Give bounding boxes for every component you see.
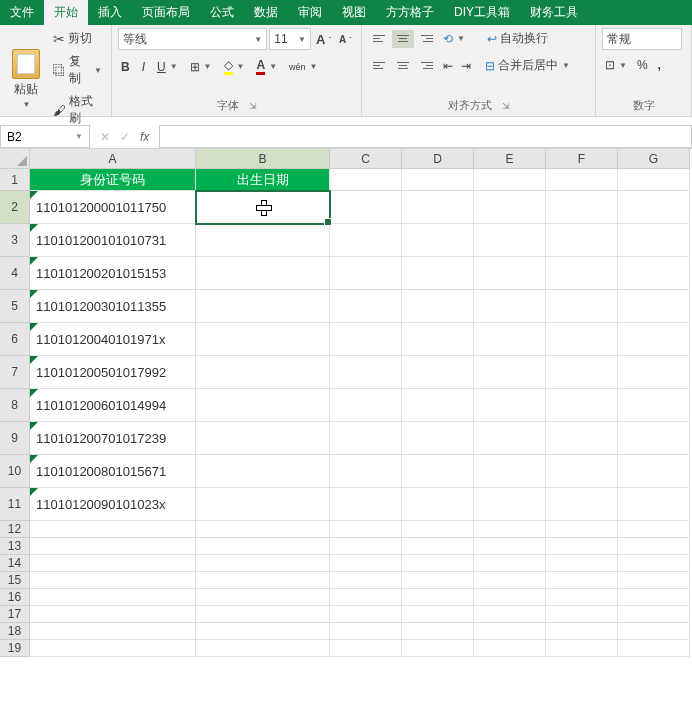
cell[interactable] xyxy=(402,623,474,640)
cell[interactable] xyxy=(618,606,690,623)
cell[interactable] xyxy=(402,224,474,257)
tab-data[interactable]: 数据 xyxy=(244,0,288,25)
format-painter-button[interactable]: 格式刷 xyxy=(50,91,105,129)
font-color-button[interactable]: A▼ xyxy=(253,56,280,77)
row-header[interactable]: 7 xyxy=(0,356,30,389)
cell[interactable] xyxy=(474,455,546,488)
cell[interactable] xyxy=(474,589,546,606)
row-header[interactable]: 14 xyxy=(0,555,30,572)
cell[interactable] xyxy=(546,323,618,356)
header-cell-id[interactable]: 身份证号码 xyxy=(30,169,196,191)
paste-button[interactable]: 粘贴 ▼ xyxy=(6,28,46,129)
cell[interactable] xyxy=(196,555,330,572)
tab-page-layout[interactable]: 页面布局 xyxy=(132,0,200,25)
cell[interactable] xyxy=(546,555,618,572)
align-middle-button[interactable] xyxy=(392,30,414,48)
col-header-c[interactable]: C xyxy=(330,149,402,169)
cell[interactable] xyxy=(330,589,402,606)
cell-id[interactable]: 110101200101010731 xyxy=(30,224,196,257)
cell[interactable] xyxy=(618,455,690,488)
cell-id[interactable]: 110101200701017239 xyxy=(30,422,196,455)
cell[interactable] xyxy=(30,555,196,572)
tab-fflg[interactable]: 方方格子 xyxy=(376,0,444,25)
cut-button[interactable]: 剪切 xyxy=(50,28,105,49)
cell[interactable] xyxy=(30,521,196,538)
cell[interactable] xyxy=(402,356,474,389)
cell[interactable] xyxy=(402,455,474,488)
cell[interactable] xyxy=(402,257,474,290)
col-header-g[interactable]: G xyxy=(618,149,690,169)
cell[interactable] xyxy=(618,422,690,455)
row-header[interactable]: 19 xyxy=(0,640,30,657)
cell[interactable] xyxy=(474,356,546,389)
col-header-a[interactable]: A xyxy=(30,149,196,169)
cell[interactable] xyxy=(474,572,546,589)
row-header[interactable]: 15 xyxy=(0,572,30,589)
cell[interactable] xyxy=(402,422,474,455)
launcher-icon[interactable]: ⇲ xyxy=(249,101,257,111)
cell[interactable] xyxy=(330,356,402,389)
cell[interactable] xyxy=(546,640,618,657)
cell[interactable] xyxy=(618,290,690,323)
cell[interactable] xyxy=(546,606,618,623)
cell[interactable] xyxy=(474,640,546,657)
cell[interactable] xyxy=(546,169,618,191)
row-header[interactable]: 6 xyxy=(0,323,30,356)
cell[interactable] xyxy=(474,191,546,224)
cell[interactable] xyxy=(546,257,618,290)
percent-button[interactable]: % xyxy=(634,56,651,74)
bold-button[interactable]: B xyxy=(118,58,133,76)
cell[interactable] xyxy=(546,521,618,538)
align-bottom-button[interactable] xyxy=(416,30,438,48)
cell[interactable] xyxy=(618,356,690,389)
row-header[interactable]: 5 xyxy=(0,290,30,323)
cell[interactable] xyxy=(618,555,690,572)
row-header[interactable]: 13 xyxy=(0,538,30,555)
cell[interactable] xyxy=(30,589,196,606)
wrap-text-button[interactable]: ↩自动换行 xyxy=(484,28,551,49)
col-header-e[interactable]: E xyxy=(474,149,546,169)
cell[interactable] xyxy=(546,389,618,422)
row-header[interactable]: 18 xyxy=(0,623,30,640)
tab-finance[interactable]: 财务工具 xyxy=(520,0,588,25)
border-button[interactable]: ⊞▼ xyxy=(187,58,215,76)
align-right-button[interactable] xyxy=(416,57,438,75)
cell[interactable] xyxy=(474,389,546,422)
cell[interactable] xyxy=(618,257,690,290)
currency-button[interactable]: ⊡▼ xyxy=(602,56,630,74)
copy-button[interactable]: 复制▼ xyxy=(50,51,105,89)
cell[interactable] xyxy=(330,606,402,623)
row-header[interactable]: 9 xyxy=(0,422,30,455)
cell[interactable] xyxy=(196,606,330,623)
tab-home[interactable]: 开始 xyxy=(44,0,88,25)
header-cell-dob[interactable]: 出生日期 xyxy=(196,169,330,191)
cell[interactable] xyxy=(618,589,690,606)
select-all-button[interactable] xyxy=(0,149,30,169)
cell[interactable] xyxy=(546,422,618,455)
font-size-combo[interactable]: 11▼ xyxy=(269,28,311,50)
cell-dob[interactable] xyxy=(196,488,330,521)
cell[interactable] xyxy=(474,521,546,538)
cancel-icon[interactable]: ✕ xyxy=(100,130,110,144)
cell[interactable] xyxy=(546,356,618,389)
cell-id[interactable]: 110101200801015671 xyxy=(30,455,196,488)
cell[interactable] xyxy=(402,323,474,356)
cell-dob[interactable] xyxy=(196,455,330,488)
row-header[interactable]: 11 xyxy=(0,488,30,521)
cell[interactable] xyxy=(402,488,474,521)
cell-id[interactable]: 11010120090101023x xyxy=(30,488,196,521)
cell-id[interactable]: 110101200601014994 xyxy=(30,389,196,422)
cell[interactable] xyxy=(330,290,402,323)
cell[interactable] xyxy=(546,589,618,606)
tab-diy[interactable]: DIY工具箱 xyxy=(444,0,520,25)
number-format-combo[interactable]: 常规 xyxy=(602,28,682,50)
tab-review[interactable]: 审阅 xyxy=(288,0,332,25)
cell[interactable] xyxy=(618,224,690,257)
cell[interactable] xyxy=(330,572,402,589)
cell-id[interactable]: 11010120040101971x xyxy=(30,323,196,356)
cell[interactable] xyxy=(330,224,402,257)
cell[interactable] xyxy=(474,257,546,290)
indent-decrease-button[interactable]: ⇤ xyxy=(440,57,456,75)
cell[interactable] xyxy=(330,538,402,555)
cell[interactable] xyxy=(330,389,402,422)
